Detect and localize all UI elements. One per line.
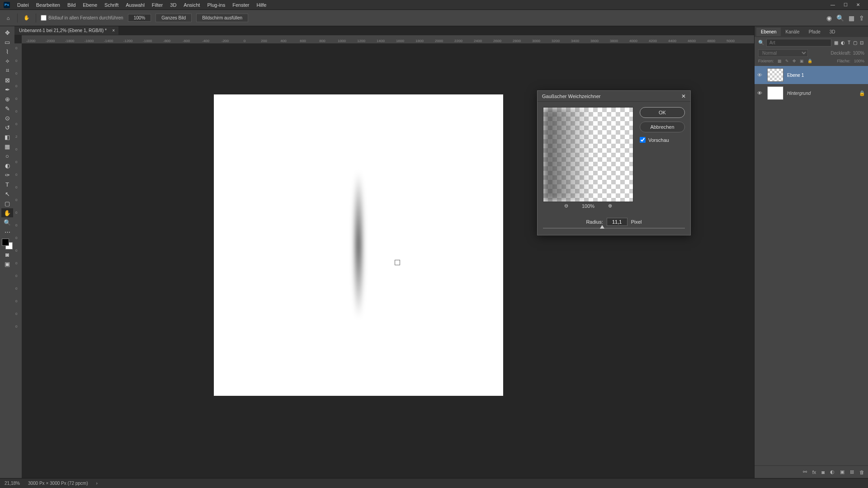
gradient-tool[interactable]: ▦ (1, 142, 13, 151)
shape-tool[interactable]: ▢ (1, 199, 13, 208)
tab-kanaele[interactable]: Kanäle (781, 28, 804, 36)
search-icon[interactable]: 🔍 (836, 14, 844, 22)
tab-3d[interactable]: 3D (825, 28, 840, 36)
fill-value[interactable]: 100% (854, 59, 864, 63)
visibility-toggle-icon[interactable]: 👁 (757, 72, 764, 78)
layer-search-input[interactable] (766, 39, 831, 47)
zoom-field[interactable]: 100% (128, 14, 151, 22)
delete-layer-icon[interactable]: 🗑 (859, 469, 864, 475)
menu-schrift[interactable]: Schrift (101, 2, 122, 8)
filter-pixel-icon[interactable]: ▦ (833, 40, 839, 45)
tab-ebenen[interactable]: Ebenen (756, 28, 781, 36)
quickmask-tool[interactable]: ◙ (1, 250, 13, 259)
close-window-button[interactable]: ✕ (852, 0, 864, 9)
menu-plugins[interactable]: Plug-ins (203, 2, 229, 8)
history-brush-tool[interactable]: ↺ (1, 123, 13, 132)
layer-thumbnail[interactable] (767, 86, 783, 100)
dialog-titlebar[interactable]: Gaußscher Weichzeichner ✕ (538, 91, 690, 102)
minimize-button[interactable]: — (826, 0, 839, 9)
menu-ebene[interactable]: Ebene (79, 2, 101, 8)
blend-mode-select[interactable]: Normal (758, 49, 808, 57)
cancel-button[interactable]: Abbrechen (640, 122, 685, 132)
lock-artboard-icon[interactable]: ▣ (800, 59, 804, 63)
opacity-value[interactable]: 100% (853, 51, 864, 56)
menu-filter[interactable]: Filter (148, 2, 166, 8)
pen-tool[interactable]: ✑ (1, 170, 13, 179)
preview-checkbox[interactable]: Vorschau (640, 137, 685, 143)
color-swatches[interactable] (2, 239, 13, 249)
radius-input[interactable] (607, 218, 627, 226)
filter-type-icon[interactable]: T (847, 40, 851, 45)
menu-auswahl[interactable]: Auswahl (122, 2, 148, 8)
share-icon[interactable]: ⇪ (859, 14, 864, 22)
menu-datei[interactable]: Datei (14, 2, 33, 8)
path-tool[interactable]: ↖ (1, 189, 13, 198)
dodge-tool[interactable]: ◐ (1, 161, 13, 170)
lasso-tool[interactable]: ⌇ (1, 47, 13, 56)
close-tab-icon[interactable]: × (112, 28, 115, 33)
brush-tool[interactable]: ✎ (1, 104, 13, 113)
workspace-icon[interactable]: ▦ (849, 14, 854, 22)
stamp-tool[interactable]: ⊙ (1, 113, 13, 122)
lock-pixels-icon[interactable]: ✎ (785, 59, 789, 63)
menu-bild[interactable]: Bild (64, 2, 79, 8)
menu-bearbeiten[interactable]: Bearbeiten (33, 2, 64, 8)
marquee-tool[interactable]: ▭ (1, 38, 13, 47)
status-arrow-icon[interactable]: › (96, 481, 98, 486)
menu-3d[interactable]: 3D (166, 2, 180, 8)
home-icon[interactable]: ⌂ (4, 14, 13, 23)
maximize-button[interactable]: ☐ (839, 0, 852, 9)
zoom-tool[interactable]: 🔍 (1, 218, 13, 227)
ruler-vertical[interactable]: 00000002000000000000000 (14, 43, 22, 478)
radius-slider[interactable] (543, 228, 685, 229)
canvas[interactable] (214, 94, 503, 396)
preview-checkbox-input[interactable] (640, 137, 646, 143)
lock-all-icon[interactable]: 🔒 (807, 59, 812, 63)
filter-smart-icon[interactable]: ⊡ (859, 40, 864, 45)
fit-all-button[interactable]: Ganzes Bild (156, 14, 192, 22)
fill-screen-button[interactable]: Bildschirm ausfüllen (196, 14, 248, 22)
tab-pfade[interactable]: Pfade (804, 28, 825, 36)
layer-name[interactable]: Hintergrund (787, 91, 811, 96)
lock-transparency-icon[interactable]: ▦ (778, 59, 782, 63)
type-tool[interactable]: T (1, 180, 13, 189)
visibility-toggle-icon[interactable]: 👁 (757, 90, 764, 96)
hand-tool[interactable]: ✋ (1, 208, 13, 217)
frame-tool[interactable]: ⊠ (1, 75, 13, 84)
edit-toolbar[interactable]: ⋯ (1, 227, 13, 236)
dialog-close-icon[interactable]: ✕ (681, 93, 686, 99)
crop-tool[interactable]: ⌗ (1, 66, 13, 75)
group-icon[interactable]: ▣ (840, 469, 844, 475)
menu-hilfe[interactable]: Hilfe (253, 2, 270, 8)
new-layer-icon[interactable]: ⊞ (850, 469, 854, 475)
mask-icon[interactable]: ◙ (821, 469, 825, 475)
document-tab[interactable]: Unbenannt-1 bei 21,2% (Ebene 1, RGB/8) *… (14, 26, 118, 35)
zoom-in-icon[interactable]: ⊕ (608, 203, 612, 209)
status-doc-info[interactable]: 3000 Px × 3000 Px (72 ppcm) (28, 481, 88, 486)
menu-fenster[interactable]: Fenster (229, 2, 253, 8)
cloud-icon[interactable]: ◉ (826, 14, 832, 22)
screenmode-tool[interactable]: ▣ (1, 259, 13, 268)
hand-tool-icon[interactable]: ✋ (22, 14, 31, 23)
eyedropper-tool[interactable]: ✒ (1, 85, 13, 94)
heal-tool[interactable]: ⊕ (1, 94, 13, 103)
layer-name[interactable]: Ebene 1 (787, 73, 804, 78)
layer-item[interactable]: 👁 Hintergrund 🔒 (755, 84, 868, 102)
ok-button[interactable]: OK (640, 107, 685, 118)
ruler-horizontal[interactable]: -2200-2000-1800-1600-1400-1200-1000-800-… (22, 35, 754, 43)
slider-thumb[interactable] (600, 225, 604, 229)
move-tool[interactable]: ✥ (1, 28, 13, 37)
blur-tool[interactable]: ○ (1, 151, 13, 160)
preview-box[interactable] (543, 107, 633, 202)
status-zoom[interactable]: 21,18% (5, 481, 20, 486)
eraser-tool[interactable]: ◧ (1, 132, 13, 141)
wand-tool[interactable]: ✧ (1, 56, 13, 66)
foreground-color[interactable] (2, 239, 9, 246)
filter-shape-icon[interactable]: ▢ (852, 40, 858, 45)
filter-adjust-icon[interactable]: ◐ (840, 40, 846, 45)
scroll-all-checkbox[interactable]: Bildlauf in allen Fenstern durchführen (41, 15, 123, 21)
lock-position-icon[interactable]: ✥ (793, 59, 796, 63)
zoom-out-icon[interactable]: ⊖ (564, 203, 568, 209)
menu-ansicht[interactable]: Ansicht (180, 2, 203, 8)
link-layers-icon[interactable]: ⚯ (803, 469, 807, 475)
